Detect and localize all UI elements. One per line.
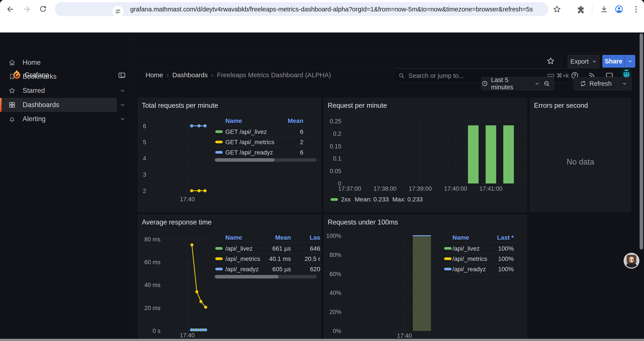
chevron-down-icon[interactable] xyxy=(120,102,126,108)
svg-text:100%: 100% xyxy=(326,233,341,239)
menu-kebab-icon[interactable] xyxy=(632,5,640,14)
legend-header-name[interactable]: Name xyxy=(225,117,242,124)
svg-text:6: 6 xyxy=(143,123,146,129)
nav-bottom-border xyxy=(130,53,644,53)
chevron-down-icon[interactable] xyxy=(120,88,126,94)
legend-row[interactable]: /api/_metrics 100% xyxy=(444,254,518,264)
page-scrollbar[interactable] xyxy=(640,33,643,249)
share-label: Share xyxy=(605,58,622,65)
export-label: Export xyxy=(570,58,589,65)
zoom-out-icon xyxy=(543,80,550,87)
series-swatch xyxy=(215,130,223,133)
legend-row[interactable]: /api/_metrics 40.1 ms 20.5 r xyxy=(214,254,317,264)
favorite-star-icon[interactable] xyxy=(546,57,555,65)
svg-text:17:40:00: 17:40:00 xyxy=(444,185,467,192)
legend-header-mean[interactable]: Mean xyxy=(288,117,303,124)
zoom-out-button[interactable] xyxy=(539,77,554,90)
panel-errors-per-second[interactable]: Errors per second No data xyxy=(530,98,631,212)
window-bottom-edge xyxy=(0,339,644,341)
svg-text:20%: 20% xyxy=(330,309,341,315)
panel-total-requests-per-minute[interactable]: Total requests per minute 6543217:40 Nam… xyxy=(138,98,321,212)
series-swatch xyxy=(444,257,452,260)
legend-row[interactable]: GET /api/_metrics 2 xyxy=(214,137,317,147)
site-settings-icon[interactable] xyxy=(112,6,124,17)
subheader-border xyxy=(130,68,644,69)
bell-icon xyxy=(8,115,16,123)
svg-text:17:41:00: 17:41:00 xyxy=(480,185,502,192)
url-bar[interactable]: grafana.mathmast.com/d/deytv4rwavabkb/fr… xyxy=(55,2,548,16)
panel-legend: Name Last * /api/_livez 100% /api/_metri… xyxy=(444,234,518,278)
legend-max: Max: 0.233 xyxy=(392,196,423,203)
refresh-button[interactable]: Refresh xyxy=(574,77,617,90)
svg-text:80 ms: 80 ms xyxy=(144,236,160,243)
bookmark-star-icon[interactable] xyxy=(552,5,561,14)
legend-row[interactable]: /api/_livez 661 µs 646 xyxy=(214,243,317,253)
sidebar-item-dashboards[interactable]: Dashboards xyxy=(0,98,130,112)
svg-text:17:37:00: 17:37:00 xyxy=(338,185,361,192)
breadcrumb-home[interactable]: Home xyxy=(146,71,163,79)
legend-header-mean[interactable]: Mean xyxy=(275,234,291,241)
legend-row[interactable]: /api/_readyz 605 µs 620 xyxy=(214,264,317,274)
breadcrumb-current: Freeleaps Metrics Dashboard (ALPHA) xyxy=(217,71,331,79)
legend-row[interactable]: /api/_livez 100% xyxy=(444,243,518,253)
panel-average-response-time[interactable]: Average response time 80 ms60 ms40 ms20 … xyxy=(138,215,321,339)
sidebar-item-alerting[interactable]: Alerting xyxy=(0,112,130,126)
time-range-button[interactable]: Last 5 minutes xyxy=(482,77,539,90)
svg-text:4: 4 xyxy=(143,155,146,162)
chevron-down-icon[interactable] xyxy=(120,116,126,122)
profile-icon[interactable] xyxy=(615,5,624,14)
legend-header-name[interactable]: Name xyxy=(225,234,242,241)
svg-text:2: 2 xyxy=(143,188,146,194)
svg-text:40%: 40% xyxy=(330,290,341,296)
refresh-group: Refresh xyxy=(574,77,632,90)
legend-scrollbar[interactable] xyxy=(214,275,317,278)
series-swatch xyxy=(215,247,223,250)
share-dropdown-button[interactable] xyxy=(625,55,635,68)
legend-row[interactable]: GET /api/_readyz 6 xyxy=(214,147,317,157)
star-icon xyxy=(8,87,16,94)
sidebar-item-label: Bookmarks xyxy=(22,73,56,81)
share-button[interactable]: Share xyxy=(602,55,625,68)
legend-row[interactable]: /api/_readyz 100% xyxy=(444,264,518,274)
chevron-down-icon xyxy=(592,59,597,64)
sidebar-item-starred[interactable]: Starred xyxy=(0,84,130,98)
export-button[interactable]: Export xyxy=(568,55,599,68)
avatar-face xyxy=(629,257,634,262)
avatar-hair-side xyxy=(634,255,636,262)
floating-user-avatar[interactable] xyxy=(624,253,640,269)
legend-header-last[interactable]: Last * xyxy=(497,234,514,241)
sidebar-item-label: Alerting xyxy=(22,115,46,123)
chevron-down-icon[interactable] xyxy=(120,74,126,80)
sidebar-item-bookmarks[interactable]: Bookmarks xyxy=(0,70,130,84)
extensions-icon[interactable] xyxy=(576,5,585,14)
legend-header-last[interactable]: Las xyxy=(296,234,320,241)
panel-requests-under-100ms[interactable]: Requests under 100ms 100%80%60%40%20%0%1… xyxy=(324,215,527,339)
bar-chart: 0.250.20.150.10.05017:37:0017:38:0017:39… xyxy=(324,98,527,212)
legend-row[interactable]: GET /api/_livez 6 xyxy=(214,127,317,137)
refresh-icon xyxy=(580,80,586,87)
forward-icon[interactable] xyxy=(22,5,31,14)
reload-icon[interactable] xyxy=(38,5,47,14)
breadcrumb-separator: › xyxy=(208,71,217,79)
panel-legend[interactable]: 2xx Mean: 0.233 Max: 0.233 xyxy=(324,196,527,205)
url-text[interactable]: grafana.mathmast.com/d/deytv4rwavabkb/fr… xyxy=(130,2,533,16)
download-icon[interactable] xyxy=(600,5,608,14)
series-swatch xyxy=(444,268,452,270)
legend-header-name[interactable]: Name xyxy=(452,234,469,241)
series-swatch xyxy=(215,257,223,260)
clock-icon xyxy=(482,80,488,87)
toolbar-divider xyxy=(562,55,562,67)
chevron-down-icon xyxy=(534,81,539,86)
breadcrumb-dashboards[interactable]: Dashboards xyxy=(172,71,208,79)
sidebar-item-home[interactable]: Home xyxy=(0,56,130,70)
panel-legend: Name Mean GET /api/_livez 6 GET /api/_me… xyxy=(214,117,317,163)
series-swatch xyxy=(215,268,223,270)
panel-title: Errors per second xyxy=(534,102,588,110)
series-swatch xyxy=(330,198,338,201)
legend-scrollbar[interactable] xyxy=(214,158,317,162)
back-icon[interactable] xyxy=(6,5,15,14)
refresh-interval-dropdown[interactable] xyxy=(617,77,632,90)
panel-request-per-minute[interactable]: Request per minute 0.250.20.150.10.05017… xyxy=(324,98,527,212)
panel-legend: Name Mean Las /api/_livez 661 µs 646 /ap… xyxy=(214,234,317,280)
user-avatar[interactable] xyxy=(622,69,631,78)
